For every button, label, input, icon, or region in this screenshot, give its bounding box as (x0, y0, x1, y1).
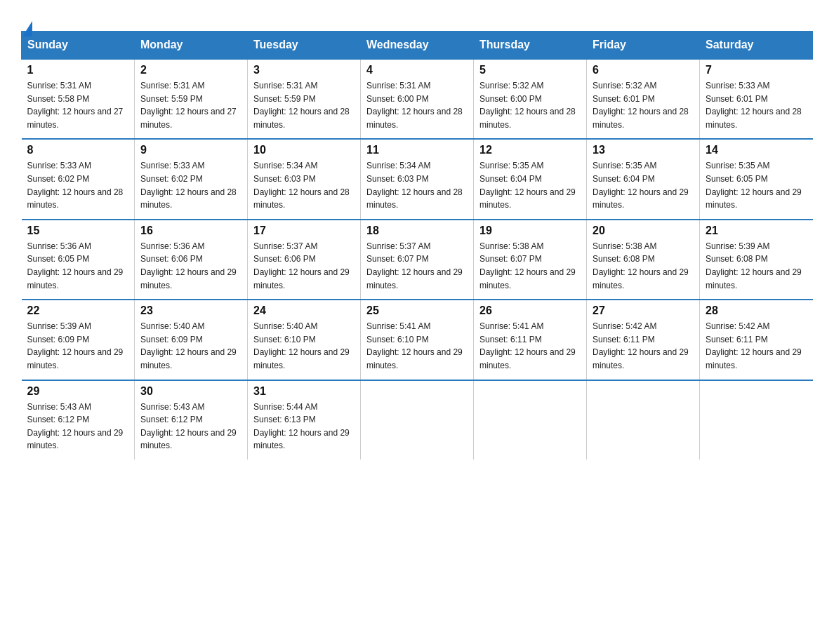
day-info: Sunrise: 5:31 AMSunset: 6:00 PMDaylight:… (366, 79, 468, 131)
day-number: 29 (27, 385, 129, 398)
day-number: 8 (27, 144, 129, 156)
day-number: 25 (366, 304, 468, 317)
day-info: Sunrise: 5:43 AMSunset: 6:12 PMDaylight:… (140, 401, 241, 452)
calendar-cell: 24 Sunrise: 5:40 AMSunset: 6:10 PMDaylig… (248, 300, 361, 380)
day-info: Sunrise: 5:31 AMSunset: 5:58 PMDaylight:… (27, 79, 129, 131)
day-info: Sunrise: 5:32 AMSunset: 6:00 PMDaylight:… (479, 79, 581, 131)
day-info: Sunrise: 5:36 AMSunset: 6:05 PMDaylight:… (27, 240, 129, 292)
calendar-cell: 2 Sunrise: 5:31 AMSunset: 5:59 PMDayligh… (135, 59, 248, 139)
day-info: Sunrise: 5:35 AMSunset: 6:05 PMDaylight:… (706, 159, 807, 211)
calendar-cell: 16 Sunrise: 5:36 AMSunset: 6:06 PMDaylig… (135, 220, 248, 300)
day-number: 26 (479, 304, 581, 317)
day-number: 9 (140, 144, 241, 156)
calendar-week-row: 8 Sunrise: 5:33 AMSunset: 6:02 PMDayligh… (22, 139, 813, 219)
calendar-cell (587, 380, 700, 459)
calendar-cell (700, 380, 813, 459)
calendar-cell: 20 Sunrise: 5:38 AMSunset: 6:08 PMDaylig… (587, 220, 700, 300)
day-number: 31 (253, 385, 355, 398)
day-number: 21 (706, 224, 807, 237)
day-info: Sunrise: 5:42 AMSunset: 6:11 PMDaylight:… (706, 320, 807, 372)
day-info: Sunrise: 5:35 AMSunset: 6:04 PMDaylight:… (479, 159, 581, 211)
day-number: 4 (366, 64, 468, 76)
day-number: 12 (479, 144, 581, 156)
day-info: Sunrise: 5:40 AMSunset: 6:10 PMDaylight:… (253, 320, 355, 372)
day-info: Sunrise: 5:41 AMSunset: 6:11 PMDaylight:… (479, 320, 581, 372)
calendar-cell: 21 Sunrise: 5:39 AMSunset: 6:08 PMDaylig… (700, 220, 813, 300)
calendar-cell: 5 Sunrise: 5:32 AMSunset: 6:00 PMDayligh… (474, 59, 587, 139)
day-info: Sunrise: 5:35 AMSunset: 6:04 PMDaylight:… (593, 159, 694, 211)
calendar-cell: 31 Sunrise: 5:44 AMSunset: 6:13 PMDaylig… (248, 380, 361, 459)
day-number: 3 (253, 64, 355, 76)
weekday-header-friday: Friday (587, 32, 700, 60)
calendar-cell: 22 Sunrise: 5:39 AMSunset: 6:09 PMDaylig… (22, 300, 135, 380)
calendar-cell: 26 Sunrise: 5:41 AMSunset: 6:11 PMDaylig… (474, 300, 587, 380)
day-number: 23 (140, 304, 241, 317)
day-info: Sunrise: 5:39 AMSunset: 6:09 PMDaylight:… (27, 320, 129, 372)
page-header (21, 14, 813, 17)
calendar-cell: 4 Sunrise: 5:31 AMSunset: 6:00 PMDayligh… (361, 59, 474, 139)
calendar-cell: 30 Sunrise: 5:43 AMSunset: 6:12 PMDaylig… (135, 380, 248, 459)
weekday-header-thursday: Thursday (474, 32, 587, 60)
calendar-cell: 19 Sunrise: 5:38 AMSunset: 6:07 PMDaylig… (474, 220, 587, 300)
day-number: 11 (366, 144, 468, 156)
day-info: Sunrise: 5:39 AMSunset: 6:08 PMDaylight:… (706, 240, 807, 292)
day-number: 20 (593, 224, 694, 237)
calendar-cell: 25 Sunrise: 5:41 AMSunset: 6:10 PMDaylig… (361, 300, 474, 380)
weekday-header-monday: Monday (135, 32, 248, 60)
calendar-week-row: 29 Sunrise: 5:43 AMSunset: 6:12 PMDaylig… (22, 380, 813, 459)
day-number: 28 (706, 304, 807, 317)
calendar-cell (361, 380, 474, 459)
calendar-cell: 28 Sunrise: 5:42 AMSunset: 6:11 PMDaylig… (700, 300, 813, 380)
calendar-cell: 1 Sunrise: 5:31 AMSunset: 5:58 PMDayligh… (22, 59, 135, 139)
day-number: 24 (253, 304, 355, 317)
day-info: Sunrise: 5:33 AMSunset: 6:02 PMDaylight:… (27, 159, 129, 211)
calendar-week-row: 22 Sunrise: 5:39 AMSunset: 6:09 PMDaylig… (22, 300, 813, 380)
weekday-header-tuesday: Tuesday (248, 32, 361, 60)
day-info: Sunrise: 5:37 AMSunset: 6:06 PMDaylight:… (253, 240, 355, 292)
calendar-cell: 9 Sunrise: 5:33 AMSunset: 6:02 PMDayligh… (135, 139, 248, 219)
calendar-cell: 8 Sunrise: 5:33 AMSunset: 6:02 PMDayligh… (22, 139, 135, 219)
day-number: 18 (366, 224, 468, 237)
day-number: 2 (140, 64, 241, 76)
calendar-cell: 23 Sunrise: 5:40 AMSunset: 6:09 PMDaylig… (135, 300, 248, 380)
day-number: 13 (593, 144, 694, 156)
day-number: 22 (27, 304, 129, 317)
day-number: 15 (27, 224, 129, 237)
day-number: 17 (253, 224, 355, 237)
day-number: 6 (593, 64, 694, 76)
day-info: Sunrise: 5:38 AMSunset: 6:07 PMDaylight:… (479, 240, 581, 292)
day-number: 1 (27, 64, 129, 76)
calendar-cell (474, 380, 587, 459)
calendar-week-row: 15 Sunrise: 5:36 AMSunset: 6:05 PMDaylig… (22, 220, 813, 300)
weekday-header-row: SundayMondayTuesdayWednesdayThursdayFrid… (22, 32, 813, 60)
day-number: 14 (706, 144, 807, 156)
calendar-cell: 11 Sunrise: 5:34 AMSunset: 6:03 PMDaylig… (361, 139, 474, 219)
calendar-week-row: 1 Sunrise: 5:31 AMSunset: 5:58 PMDayligh… (22, 59, 813, 139)
day-number: 16 (140, 224, 241, 237)
calendar-cell: 27 Sunrise: 5:42 AMSunset: 6:11 PMDaylig… (587, 300, 700, 380)
day-info: Sunrise: 5:33 AMSunset: 6:02 PMDaylight:… (140, 159, 241, 211)
day-number: 7 (706, 64, 807, 76)
day-info: Sunrise: 5:42 AMSunset: 6:11 PMDaylight:… (593, 320, 694, 372)
calendar-cell: 15 Sunrise: 5:36 AMSunset: 6:05 PMDaylig… (22, 220, 135, 300)
weekday-header-sunday: Sunday (22, 32, 135, 60)
day-info: Sunrise: 5:34 AMSunset: 6:03 PMDaylight:… (253, 159, 355, 211)
calendar-cell: 14 Sunrise: 5:35 AMSunset: 6:05 PMDaylig… (700, 139, 813, 219)
day-number: 10 (253, 144, 355, 156)
day-info: Sunrise: 5:38 AMSunset: 6:08 PMDaylight:… (593, 240, 694, 292)
day-info: Sunrise: 5:41 AMSunset: 6:10 PMDaylight:… (366, 320, 468, 372)
calendar-cell: 13 Sunrise: 5:35 AMSunset: 6:04 PMDaylig… (587, 139, 700, 219)
day-info: Sunrise: 5:31 AMSunset: 5:59 PMDaylight:… (140, 79, 241, 131)
calendar-cell: 17 Sunrise: 5:37 AMSunset: 6:06 PMDaylig… (248, 220, 361, 300)
day-info: Sunrise: 5:43 AMSunset: 6:12 PMDaylight:… (27, 401, 129, 452)
day-info: Sunrise: 5:34 AMSunset: 6:03 PMDaylight:… (366, 159, 468, 211)
calendar-cell: 10 Sunrise: 5:34 AMSunset: 6:03 PMDaylig… (248, 139, 361, 219)
day-info: Sunrise: 5:32 AMSunset: 6:01 PMDaylight:… (593, 79, 694, 131)
day-number: 5 (479, 64, 581, 76)
calendar-cell: 7 Sunrise: 5:33 AMSunset: 6:01 PMDayligh… (700, 59, 813, 139)
day-info: Sunrise: 5:40 AMSunset: 6:09 PMDaylight:… (140, 320, 241, 372)
day-number: 19 (479, 224, 581, 237)
day-info: Sunrise: 5:31 AMSunset: 5:59 PMDaylight:… (253, 79, 355, 131)
calendar-cell: 3 Sunrise: 5:31 AMSunset: 5:59 PMDayligh… (248, 59, 361, 139)
day-info: Sunrise: 5:44 AMSunset: 6:13 PMDaylight:… (253, 401, 355, 452)
